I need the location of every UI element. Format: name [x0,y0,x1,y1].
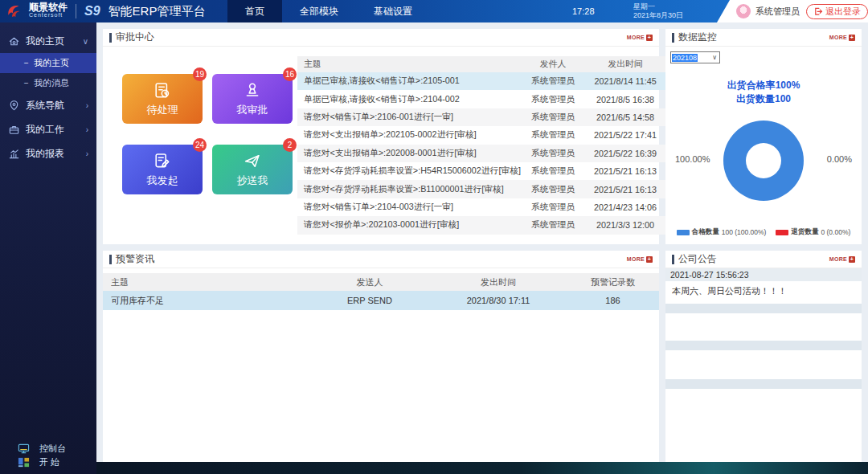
panel-title: 数据监控 [678,31,717,44]
row-sender: 系统管理员 [521,202,585,213]
approval-row[interactable]: 请您对<报价单>:202103-0001进行[审核] 系统管理员 2021/3/… [297,216,665,234]
nav-tab[interactable]: 首页 [227,0,282,22]
date-label: 2021年8月30日 [633,11,683,20]
alert-row[interactable]: 可用库存不足 ERP SEND 2021/8/30 17:11 186 [103,291,659,310]
announcements-panel: 公司公告 MORE + 2021-08-27 15:56:23 本周六、周日公司… [665,251,862,462]
announcement-time: 2021-08-27 15:56:23 [665,268,862,281]
bottom-status-bar [96,462,868,474]
row-subject: 请您对<销售订单>:2104-003进行[一审] [297,202,521,213]
col-subject: 主题 [297,59,521,70]
sidebar-group-my-work[interactable]: 我的工作 › [0,117,96,141]
legend-label: 合格数量 [692,227,719,237]
user-area: 系统管理员 退出登录 [717,0,868,22]
brand-name-cn: 顺景软件 [29,3,68,11]
more-button[interactable]: MORE + [829,256,855,263]
console-button[interactable]: 控制台 [18,442,66,456]
date-block: 星期一 2021年8月30日 [633,2,683,20]
approval-center-panel: 审批中心 MORE + 19 待处理 16 我审批 [103,29,659,244]
tile-label: 待处理 [147,103,178,117]
s9-logo: S9 [84,4,100,18]
start-button[interactable]: 开 始 [18,456,66,469]
approval-row[interactable]: 请您对<销售订单>:2106-001进行[一审] 系统管理员 2021/6/5 … [297,108,665,126]
brand-name-en: Centersoft [29,11,68,19]
sidebar-item-my-home[interactable]: － 我的主页 [0,53,96,73]
row-subject: 单据已审核,请接收<销售订单>:2104-002 [297,94,521,105]
row-sender: 系统管理员 [521,219,585,231]
tile-label: 我审批 [237,103,268,117]
pending-doc-clock-icon [153,81,172,100]
sidebar-group-system-nav[interactable]: 系统导航 › [0,93,96,117]
approval-row[interactable]: 请您对<支出报销单>:202008-0001进行[审核] 系统管理员 2021/… [297,145,665,162]
metric-shipment-qty: 出货数量100 [665,92,862,106]
panel-accent-bar [109,33,112,43]
more-button[interactable]: MORE + [627,35,653,41]
chevron-right-icon: › [86,149,88,158]
approval-row[interactable]: 单据已审核,请接收<销售订单>:2105-001 系统管理员 2021/8/14… [297,72,665,90]
row-subject: 请您对<存货浮动耗损率设置>:B11000001进行[审核] [297,184,521,195]
row-time: 2021/3/3 12:00 [585,220,665,230]
approval-tiles: 19 待处理 16 我审批 24 我发起 [103,47,293,244]
dash-bullet: － [22,77,31,89]
more-button[interactable]: MORE + [627,256,653,263]
centersoft-logo-icon [5,2,24,21]
tile-cc-to-me[interactable]: 2 抄送我 [212,145,293,194]
approval-rows: 单据已审核,请接收<销售订单>:2105-001 系统管理员 2021/8/14… [297,72,665,235]
panel-title: 公司公告 [678,252,717,266]
col-time: 发出时间 [585,59,665,70]
announcement-content: 本周六、周日公司活动！！！ [665,281,862,304]
col-time: 发出时间 [430,276,567,288]
sidebar-footer: 控制台 开 始 [18,442,66,469]
approval-row[interactable]: 单据已审核,请接收<销售订单>:2104-002 系统管理员 2021/8/5 … [297,90,665,108]
clock-time: 17:28 [572,0,595,22]
row-time: 2021/8/5 16:38 [585,95,665,104]
brand-text: 顺景软件 Centersoft [29,3,68,19]
panel-accent-bar [109,255,112,264]
sidebar-group-my-reports[interactable]: 我的报表 › [0,141,96,165]
tile-my-approvals[interactable]: 16 我审批 [212,74,293,124]
sidebar-item-label: 我的主页 [34,57,69,69]
announcement-item[interactable]: 2021-08-27 15:56:23 本周六、周日公司活动！！！ [665,268,862,304]
more-button[interactable]: MORE + [829,35,855,41]
period-select[interactable]: 202108 ∨ [670,51,720,63]
nav-tab[interactable]: 基础设置 [356,0,430,22]
avatar[interactable] [736,4,751,18]
sidebar-item-label: 我的消息 [34,77,69,89]
nav-tab[interactable]: 全部模块 [282,0,356,22]
sidebar-group-label: 我的报表 [26,147,64,161]
approval-row[interactable]: 请您对<存货浮动耗损率设置>:B11000001进行[审核] 系统管理员 202… [297,180,665,198]
more-label: MORE [627,256,645,262]
sidebar-item-my-messages[interactable]: － 我的消息 [0,73,96,93]
legend-qualified: 合格数量 100 (100.00%) [677,227,767,237]
col-record-count: 预警记录数 [567,276,659,288]
row-sender: 系统管理员 [521,129,585,141]
app-title: 智能ERP管理平台 [108,4,206,19]
more-label: MORE [829,35,847,40]
approval-row[interactable]: 请您对<支出报销单>:202105-0002进行[审核] 系统管理员 2021/… [297,126,665,144]
tile-pending[interactable]: 19 待处理 [122,74,203,124]
tile-initiated-by-me[interactable]: 24 我发起 [122,145,203,194]
logout-button[interactable]: 退出登录 [806,4,868,19]
row-subject: 单据已审核,请接收<销售订单>:2105-001 [297,76,521,87]
row-time: 2021/5/22 17:41 [585,130,665,140]
chart-legend: 合格数量 100 (100.00%) 退货数量 0 (0.00%) [665,227,862,237]
console-label: 控制台 [39,443,66,455]
panel-title: 审批中心 [116,31,154,44]
approval-row[interactable]: 请您对<销售订单>:2104-003进行[一审] 系统管理员 2021/4/23… [297,198,665,216]
sidebar-group-my-home[interactable]: 我的主页 ∨ [0,29,96,53]
more-label: MORE [829,256,847,262]
approval-row[interactable]: 请您对<存货浮动耗损率设置>:H54R15006002进行[审核] 系统管理员 … [297,162,665,180]
chevron-right-icon: › [86,101,88,110]
announcements-body: 2021-08-27 15:56:23 本周六、周日公司活动！！！ [665,268,862,462]
approval-table: 主题 发件人 发出时间 单据已审核,请接收<销售订单>:2105-001 系统管… [297,56,665,236]
badge-count: 16 [283,67,297,81]
badge-count: 24 [193,138,207,152]
legend-swatch-red [776,230,788,235]
period-value: 202108 [672,54,698,62]
donut-right-label: 0.00% [827,154,852,164]
empty-announcement-strip [665,341,862,350]
map-pin-icon [8,100,20,112]
dash-bullet: － [22,57,31,69]
donut-left-label: 100.00% [675,154,710,164]
more-plus-icon: + [646,35,653,41]
start-label: 开 始 [39,456,59,468]
